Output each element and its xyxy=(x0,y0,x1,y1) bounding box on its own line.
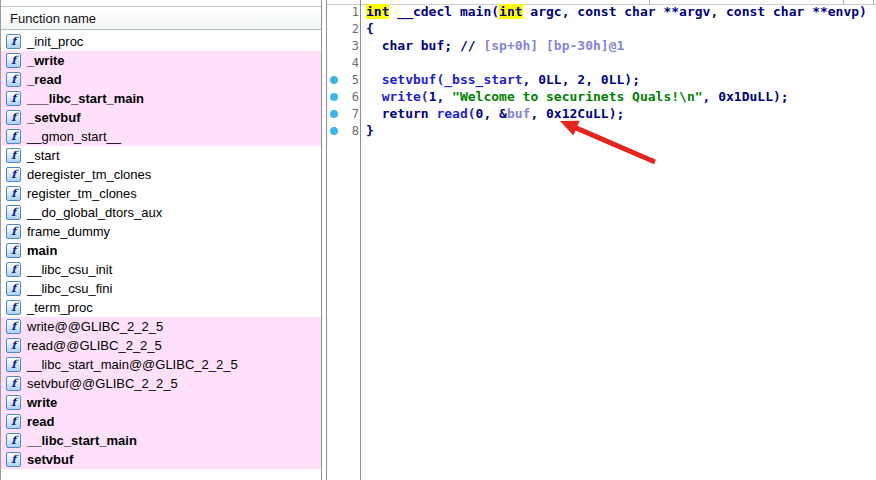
line-number: 5 xyxy=(341,73,359,87)
function-f-icon: f xyxy=(6,414,21,429)
function-f-icon: f xyxy=(6,205,21,220)
function-f-icon: f xyxy=(6,167,21,182)
function-name-label: read xyxy=(27,414,54,429)
function-f-icon: f xyxy=(6,148,21,163)
function-name-label: _write xyxy=(27,53,65,68)
function-list-item[interactable]: f _term_proc xyxy=(1,298,321,317)
function-list-item[interactable]: f frame_dummy xyxy=(1,222,321,241)
function-list-item[interactable]: f setvbuf@@GLIBC_2_2_5 xyxy=(1,374,321,393)
line-number: 4 xyxy=(341,56,359,70)
pseudocode-line[interactable]: 3 char buf; // [sp+0h] [bp-30h]@1 xyxy=(327,37,876,54)
function-list-item[interactable]: f write xyxy=(1,393,321,412)
code-token[interactable]: __cdecl main( xyxy=(389,4,499,19)
address-dot-cell xyxy=(327,127,341,135)
function-list-item[interactable]: f _write xyxy=(1,51,321,70)
code-token[interactable]: 1, xyxy=(429,89,452,104)
code-token[interactable]: setvbuf( xyxy=(382,72,445,87)
code-token[interactable]: "Welcome to securinets Quals!\n" xyxy=(452,89,702,104)
code-token[interactable]: } xyxy=(366,123,374,138)
function-name-label: main xyxy=(27,243,57,258)
function-name-label: __gmon_start__ xyxy=(27,129,121,144)
function-f-icon: f xyxy=(6,72,21,87)
address-dot-icon xyxy=(330,93,338,101)
function-name-label: register_tm_clones xyxy=(27,186,137,201)
code-token[interactable]: return xyxy=(366,106,436,121)
function-f-icon: f xyxy=(6,91,21,106)
pseudocode-line[interactable]: 2 { xyxy=(327,20,876,37)
code-token[interactable] xyxy=(366,72,382,87)
function-f-icon: f xyxy=(6,243,21,258)
function-f-icon: f xyxy=(6,395,21,410)
pseudocode-line[interactable]: 8 } xyxy=(327,122,876,139)
code-token[interactable]: { xyxy=(366,21,374,36)
address-dot-cell xyxy=(327,59,341,67)
code-text: } xyxy=(359,123,374,138)
pseudocode-line[interactable]: 4 xyxy=(327,54,876,71)
function-list-item[interactable]: f _read xyxy=(1,70,321,89)
code-token[interactable]: [sp+0h] [bp-30h]@1 xyxy=(483,38,624,53)
function-list-item[interactable]: f register_tm_clones xyxy=(1,184,321,203)
code-token[interactable]: 0, & xyxy=(476,106,507,121)
code-text: return read(0, &buf, 0x12CuLL); xyxy=(359,106,624,121)
function-list-item[interactable]: f ___libc_start_main xyxy=(1,89,321,108)
address-dot-cell xyxy=(327,93,341,101)
function-list-item[interactable]: f _setvbuf xyxy=(1,108,321,127)
code-token[interactable]: , 0LL, 2, 0LL); xyxy=(523,72,640,87)
function-name-label: frame_dummy xyxy=(27,224,110,239)
function-f-icon: f xyxy=(6,433,21,448)
function-list-item[interactable]: f read@@GLIBC_2_2_5 xyxy=(1,336,321,355)
ida-pro-workspace: Function name f _init_proc f _write f _r… xyxy=(0,0,876,480)
function-f-icon: f xyxy=(6,224,21,239)
line-number: 7 xyxy=(341,107,359,121)
function-f-icon: f xyxy=(6,300,21,315)
address-dot-icon xyxy=(330,127,338,135)
function-name-label: read@@GLIBC_2_2_5 xyxy=(27,338,162,353)
code-token[interactable]: , 0x12CuLL); xyxy=(530,106,624,121)
function-list-item[interactable]: f deregister_tm_clones xyxy=(1,165,321,184)
code-token[interactable]: argc, const char **argv, const char **en… xyxy=(523,4,867,19)
function-name-label: __libc_start_main xyxy=(27,433,137,448)
function-list-item[interactable]: f __do_global_dtors_aux xyxy=(1,203,321,222)
line-number: 2 xyxy=(341,22,359,36)
function-list-item[interactable]: f __libc_csu_init xyxy=(1,260,321,279)
address-dot-cell xyxy=(327,76,341,84)
function-list-item[interactable]: f write@@GLIBC_2_2_5 xyxy=(1,317,321,336)
code-token[interactable]: read( xyxy=(436,106,475,121)
function-list-item[interactable]: f _start xyxy=(1,146,321,165)
function-name-column-header[interactable]: Function name xyxy=(1,6,321,30)
function-list-item[interactable]: f main xyxy=(1,241,321,260)
pseudocode-lines: 1 int __cdecl main(int argc, const char … xyxy=(327,3,876,139)
address-dot-cell xyxy=(327,25,341,33)
pseudocode-line[interactable]: 7 return read(0, &buf, 0x12CuLL); xyxy=(327,105,876,122)
function-name-label: _term_proc xyxy=(27,300,93,315)
function-f-icon: f xyxy=(6,186,21,201)
code-text: write(1, "Welcome to securinets Quals!\n… xyxy=(359,89,789,104)
function-list-item[interactable]: f __libc_start_main@@GLIBC_2_2_5 xyxy=(1,355,321,374)
function-name-label: write@@GLIBC_2_2_5 xyxy=(27,319,163,334)
pseudocode-panel: 1 int __cdecl main(int argc, const char … xyxy=(326,0,876,480)
function-list-item[interactable]: f __gmon_start__ xyxy=(1,127,321,146)
function-name-label: _start xyxy=(27,148,60,163)
code-token[interactable]: int xyxy=(499,4,522,19)
function-f-icon: f xyxy=(6,376,21,391)
function-list-item[interactable]: f _init_proc xyxy=(1,32,321,51)
code-token[interactable]: buf xyxy=(507,106,530,121)
code-token[interactable]: _bss_start xyxy=(444,72,522,87)
pseudocode-line[interactable]: 6 write(1, "Welcome to securinets Quals!… xyxy=(327,88,876,105)
function-list-item[interactable]: f setvbuf xyxy=(1,450,321,469)
function-f-icon: f xyxy=(6,34,21,49)
function-f-icon: f xyxy=(6,110,21,125)
function-name-label: write xyxy=(27,395,57,410)
function-name-header-label: Function name xyxy=(10,11,96,26)
function-list-item[interactable]: f __libc_csu_fini xyxy=(1,279,321,298)
code-token[interactable]: , 0x1DuLL); xyxy=(703,89,789,104)
code-token[interactable] xyxy=(366,89,382,104)
pseudocode-line[interactable]: 5 setvbuf(_bss_start, 0LL, 2, 0LL); xyxy=(327,71,876,88)
function-list-item[interactable]: f __libc_start_main xyxy=(1,431,321,450)
code-token[interactable]: char buf; // xyxy=(366,38,483,53)
address-dot-cell xyxy=(327,8,341,16)
function-list-item[interactable]: f read xyxy=(1,412,321,431)
code-token[interactable]: int xyxy=(366,4,389,19)
pseudocode-line[interactable]: 1 int __cdecl main(int argc, const char … xyxy=(327,3,876,20)
code-token[interactable]: write( xyxy=(382,89,429,104)
